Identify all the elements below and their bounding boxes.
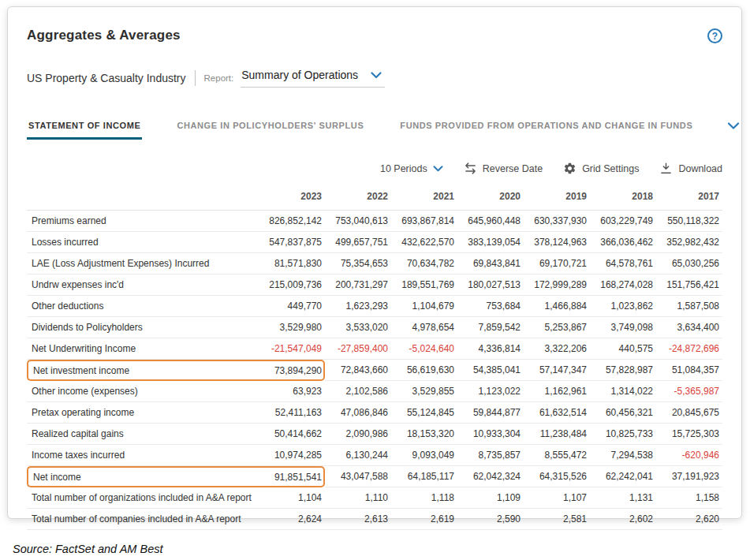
value-cell: 200,731,297 <box>325 274 391 296</box>
filter-bar: US Property & Casualty Industry Report: … <box>27 69 722 88</box>
value-cell: 378,124,963 <box>524 232 590 253</box>
value-cell: 57,828,987 <box>590 360 656 381</box>
row-label: Other deductions <box>27 296 259 317</box>
value-cell: 62,042,324 <box>457 466 524 487</box>
value-cell: 8,555,472 <box>524 445 590 466</box>
value-cell: 69,843,841 <box>457 253 524 274</box>
value-cell: 73,894,290 <box>259 360 325 381</box>
value-cell: 630,337,930 <box>524 211 590 232</box>
row-label: Other income (expenses) <box>27 381 259 402</box>
swap-arrows-icon <box>464 162 477 175</box>
value-cell: 1,104 <box>259 487 325 509</box>
value-cell: 37,191,923 <box>656 466 722 487</box>
value-cell: 2,581 <box>524 509 590 530</box>
value-cell: 1,107 <box>524 487 590 509</box>
table-row: Premiums earned826,852,142753,040,613693… <box>27 211 722 232</box>
download-label: Download <box>678 163 722 174</box>
value-cell: 449,770 <box>259 296 325 317</box>
table-row: Net income91,851,54143,047,58864,185,117… <box>27 466 722 487</box>
periods-dropdown-value: 10 Periods <box>380 163 427 174</box>
table-row: Pretax operating income52,411,16347,086,… <box>27 402 722 424</box>
value-cell: 4,978,654 <box>391 317 457 338</box>
row-label: Undrw expenses inc'd <box>27 274 259 296</box>
value-cell: 64,578,761 <box>590 253 656 274</box>
value-cell: 64,315,526 <box>524 466 590 487</box>
tab-statement-of-income[interactable]: STATEMENT OF INCOME <box>27 121 142 140</box>
grid-settings-button[interactable]: Grid Settings <box>563 162 639 175</box>
value-cell: 1,104,679 <box>391 296 457 317</box>
value-cell: 9,093,049 <box>391 445 457 466</box>
table-toolbar: 10 Periods Reverse Date Grid Settings Do… <box>27 162 722 175</box>
periods-dropdown[interactable]: 10 Periods <box>380 163 443 174</box>
table-row: Income taxes incurred10,974,2856,130,244… <box>27 445 722 466</box>
grid-settings-label: Grid Settings <box>582 163 639 174</box>
value-cell: 1,131 <box>590 487 656 509</box>
value-cell: 366,036,462 <box>590 232 656 253</box>
value-cell: 151,756,421 <box>656 274 722 296</box>
table-row: LAE (Loss Adjustment Expenses) Incurred8… <box>27 253 722 274</box>
value-cell: 352,982,432 <box>656 232 722 253</box>
value-cell: 65,030,256 <box>656 253 722 274</box>
value-cell: 7,294,538 <box>590 445 656 466</box>
row-label: Dividends to Policyholders <box>27 317 259 338</box>
value-cell: 547,837,875 <box>259 232 325 253</box>
value-cell: 2,090,986 <box>325 424 391 445</box>
gear-icon <box>563 162 576 175</box>
value-cell: 3,533,020 <box>325 317 391 338</box>
row-label-column-header <box>27 185 259 211</box>
download-button[interactable]: Download <box>659 162 722 175</box>
value-cell: 603,229,749 <box>590 211 656 232</box>
value-cell: 20,845,675 <box>656 402 722 424</box>
row-label: Net investment income <box>27 360 259 381</box>
table-row: Net investment income73,894,29072,843,66… <box>27 360 722 381</box>
value-cell: 47,086,846 <box>325 402 391 424</box>
tabs-overflow-chevron-down-icon[interactable] <box>727 119 740 133</box>
value-cell: 1,466,884 <box>524 296 590 317</box>
value-cell: 57,147,347 <box>524 360 590 381</box>
value-cell: 18,153,320 <box>391 424 457 445</box>
industry-label: US Property & Casualty Industry <box>27 72 186 84</box>
year-column-header: 2023 <box>259 185 325 211</box>
value-cell: 1,158 <box>656 487 722 509</box>
reverse-date-button[interactable]: Reverse Date <box>464 162 543 175</box>
value-cell: 693,867,814 <box>391 211 457 232</box>
value-cell: 2,602 <box>590 509 656 530</box>
tab-change-in-policyholders-surplus[interactable]: CHANGE IN POLICYHOLDERS' SURPLUS <box>175 121 365 137</box>
value-cell: 6,130,244 <box>325 445 391 466</box>
value-cell: 91,851,541 <box>259 466 325 487</box>
table-row: Undrw expenses inc'd215,009,736200,731,2… <box>27 274 722 296</box>
row-label: Income taxes incurred <box>27 445 259 466</box>
value-cell: 2,590 <box>457 509 524 530</box>
value-cell: 56,619,630 <box>391 360 457 381</box>
value-cell: 1,623,293 <box>325 296 391 317</box>
row-label: Net income <box>27 466 259 487</box>
value-cell: 215,009,736 <box>259 274 325 296</box>
help-icon[interactable]: ? <box>707 28 722 43</box>
value-cell: 43,047,588 <box>325 466 391 487</box>
value-cell: 172,999,289 <box>524 274 590 296</box>
row-label: Losses incurred <box>27 232 259 253</box>
value-cell: 61,632,514 <box>524 402 590 424</box>
value-cell: 1,123,022 <box>457 381 524 402</box>
year-column-header: 2018 <box>590 185 656 211</box>
table-row: Total number of organizations included i… <box>27 487 722 509</box>
value-cell: 52,411,163 <box>259 402 325 424</box>
chevron-down-icon <box>371 69 382 81</box>
value-cell: 62,242,041 <box>590 466 656 487</box>
report-dropdown[interactable]: Summary of Operations <box>241 69 385 88</box>
value-cell: 1,587,508 <box>656 296 722 317</box>
value-cell: 7,859,542 <box>457 317 524 338</box>
value-cell: 11,238,484 <box>524 424 590 445</box>
value-cell: -620,946 <box>656 445 722 466</box>
value-cell: 1,110 <box>325 487 391 509</box>
value-cell: 59,844,877 <box>457 402 524 424</box>
value-cell: -24,872,696 <box>656 338 722 360</box>
source-note: Source: FactSet and AM Best <box>13 543 162 555</box>
value-cell: 499,657,751 <box>325 232 391 253</box>
value-cell: 8,735,857 <box>457 445 524 466</box>
value-cell: 4,336,814 <box>457 338 524 360</box>
value-cell: 3,322,206 <box>524 338 590 360</box>
value-cell: 2,619 <box>391 509 457 530</box>
tab-funds-provided-from-operations[interactable]: FUNDS PROVIDED FROM OPERATIONS AND CHANG… <box>398 121 694 137</box>
row-label: Realized capital gains <box>27 424 259 445</box>
